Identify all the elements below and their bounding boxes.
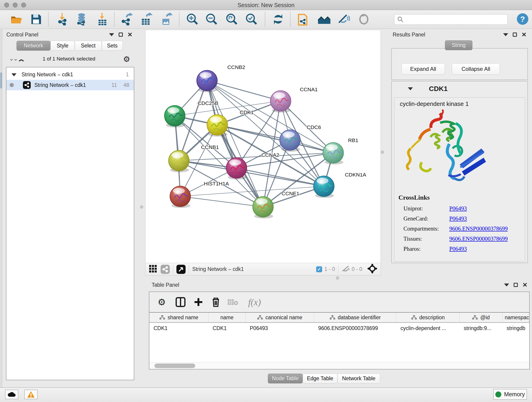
node-CCNB1[interactable]: CCNB1 <box>169 144 219 172</box>
memory-button[interactable]: Memory <box>493 389 527 400</box>
birds-eye-icon[interactable] <box>149 264 158 274</box>
cell[interactable]: cyclin-dependent ... <box>396 323 460 333</box>
network-selected-summary: 1 of 1 Network selected <box>2 56 136 62</box>
node-CCNA1[interactable]: CCNA1 <box>270 86 318 113</box>
add-column-icon[interactable] <box>192 296 204 308</box>
selected-checkbox-icon[interactable]: ✓ <box>316 266 322 272</box>
open-full-view-icon[interactable] <box>177 265 186 274</box>
open-session-icon[interactable] <box>10 13 23 26</box>
save-session-icon[interactable] <box>30 13 43 26</box>
organisms-icon[interactable] <box>317 13 330 26</box>
tab-string[interactable]: String <box>445 40 472 50</box>
column-header-database-identifier[interactable]: database identifier <box>314 313 396 322</box>
export-network-icon[interactable] <box>120 13 133 26</box>
zoom-out-icon[interactable] <box>205 13 218 26</box>
warning-status-button[interactable] <box>24 390 38 399</box>
gene-section-header[interactable]: CDK1 <box>392 81 527 96</box>
tab-network[interactable]: Network <box>17 41 51 51</box>
zoom-fit-icon[interactable] <box>225 13 238 26</box>
results-panel-close-icon[interactable]: ✕ <box>521 32 526 37</box>
left-edge-strip <box>0 29 2 387</box>
control-panel-float-icon[interactable] <box>119 32 123 37</box>
column-header-canonical-name[interactable]: canonical name <box>246 313 314 322</box>
show-columns-icon[interactable] <box>175 296 186 308</box>
node-HIST1H1A[interactable]: HIST1H1A <box>170 181 229 208</box>
network-options-gear-icon[interactable]: ⚙ <box>123 55 130 64</box>
node-CCNB2[interactable]: CCNB2 <box>197 64 245 92</box>
column-header-name[interactable]: name <box>209 313 246 322</box>
network-collection-row[interactable]: String Network – cdk1 1 <box>6 69 134 80</box>
cell[interactable]: stringdb:9... <box>460 323 502 333</box>
cloud-status-button[interactable] <box>5 390 18 399</box>
delete-column-icon[interactable] <box>210 296 222 308</box>
collapse-all-button[interactable]: Collapse All <box>452 63 500 75</box>
search-input[interactable] <box>394 14 508 25</box>
memory-ok-icon <box>495 391 501 397</box>
table-row[interactable]: CDK1CDK1P064939606.ENSP00000378699cyclin… <box>149 323 529 333</box>
import-table-icon[interactable] <box>96 13 109 26</box>
edge-CCNE1-HIST1H1A[interactable] <box>180 196 263 207</box>
crosslink-link[interactable]: P06493 <box>449 216 467 222</box>
table-settings-gear-icon[interactable]: ⚙ <box>156 296 168 308</box>
string-document-icon[interactable] <box>297 13 310 26</box>
column-header-@id[interactable]: @id <box>460 313 502 322</box>
results-panel-float-icon[interactable] <box>513 32 517 37</box>
results-panel-collapse-icon[interactable] <box>503 33 508 36</box>
zoom-in-icon[interactable] <box>186 13 199 26</box>
network-row-selected[interactable]: String Network – cdk1 11 48 <box>6 80 134 90</box>
show-glass-icon[interactable] <box>357 13 370 26</box>
table-panel-close-icon[interactable]: ✕ <box>522 283 527 287</box>
hide-glass-icon[interactable] <box>337 13 350 26</box>
expand-all-button[interactable]: Expand All <box>401 63 445 75</box>
function-builder-icon[interactable]: f(x) <box>244 296 265 308</box>
refresh-icon[interactable] <box>272 13 285 26</box>
network-view[interactable]: CCNB2CCNA1CDC25BCDK1CDC6RB1CCNB1CCNA2CDK… <box>145 30 381 275</box>
node-CCNE1[interactable]: CCNE1 <box>253 191 299 219</box>
crosslink-link[interactable]: P06493 <box>449 246 467 252</box>
tab-node-table[interactable]: Node Table <box>268 374 303 383</box>
crosslink-link[interactable]: 9606.ENSP00000378699 <box>449 225 508 232</box>
table-panel-collapse-icon[interactable] <box>504 283 509 287</box>
control-panel-collapse-icon[interactable] <box>109 33 114 36</box>
zoom-selected-icon[interactable] <box>245 13 258 26</box>
node-CDKN1A[interactable]: CDKN1A <box>314 172 366 198</box>
crosslink-link[interactable]: P06493 <box>449 205 467 212</box>
tab-network-table[interactable]: Network Table <box>337 374 380 383</box>
node-RB1[interactable]: RB1 <box>323 137 358 165</box>
scrollbar-thumb[interactable] <box>154 364 195 368</box>
export-table-icon[interactable] <box>140 13 153 26</box>
import-database-icon[interactable] <box>75 13 88 26</box>
table-horizontal-scrollbar[interactable] <box>149 362 529 369</box>
gene-collapse-icon[interactable] <box>408 87 413 90</box>
column-header-description[interactable]: description <box>396 313 460 322</box>
export-image-icon[interactable] <box>160 13 173 26</box>
cell[interactable]: stringdb <box>502 323 529 333</box>
left-splitter-dot[interactable] <box>140 205 143 209</box>
crosslink-link[interactable]: 9606.ENSP00000378699 <box>449 236 508 242</box>
help-button[interactable]: ? <box>517 13 528 25</box>
import-network-icon[interactable] <box>56 13 69 26</box>
cell[interactable]: P06493 <box>246 323 314 333</box>
column-header-namespac[interactable]: namespac <box>502 313 529 322</box>
cell[interactable]: CDK1 <box>149 323 209 333</box>
tab-edge-table[interactable]: Edge Table <box>303 374 337 383</box>
string-badge-icon[interactable] <box>161 265 170 274</box>
control-panel-close-icon[interactable]: ✕ <box>127 32 133 37</box>
tree-expand-icon[interactable] <box>12 71 17 78</box>
column-header-shared-name[interactable]: shared name <box>149 313 209 322</box>
left-splitter-handle[interactable] <box>0 72 2 89</box>
network-canvas[interactable]: CCNB2CCNA1CDC25BCDK1CDC6RB1CCNB1CCNA2CDK… <box>146 30 380 263</box>
cell[interactable]: CDK1 <box>209 323 246 333</box>
right-splitter-dot[interactable] <box>381 151 384 154</box>
table-header-row[interactable]: shared namenamecanonical namedatabase id… <box>149 312 529 323</box>
bottom-splitter-dot[interactable] <box>336 276 339 280</box>
tab-style[interactable]: Style <box>51 41 75 51</box>
delete-table-icon[interactable] <box>227 296 239 308</box>
tab-select[interactable]: Select <box>75 41 102 51</box>
tab-sets[interactable]: Sets <box>102 41 123 51</box>
cell[interactable]: 9606.ENSP00000378699 <box>314 323 396 333</box>
edge-CCNB2-CCNE1[interactable] <box>207 81 263 207</box>
table-panel-float-icon[interactable] <box>514 283 518 287</box>
hidden-eye-icon[interactable] <box>342 265 350 274</box>
fit-selected-crosshair-icon[interactable] <box>367 264 377 275</box>
